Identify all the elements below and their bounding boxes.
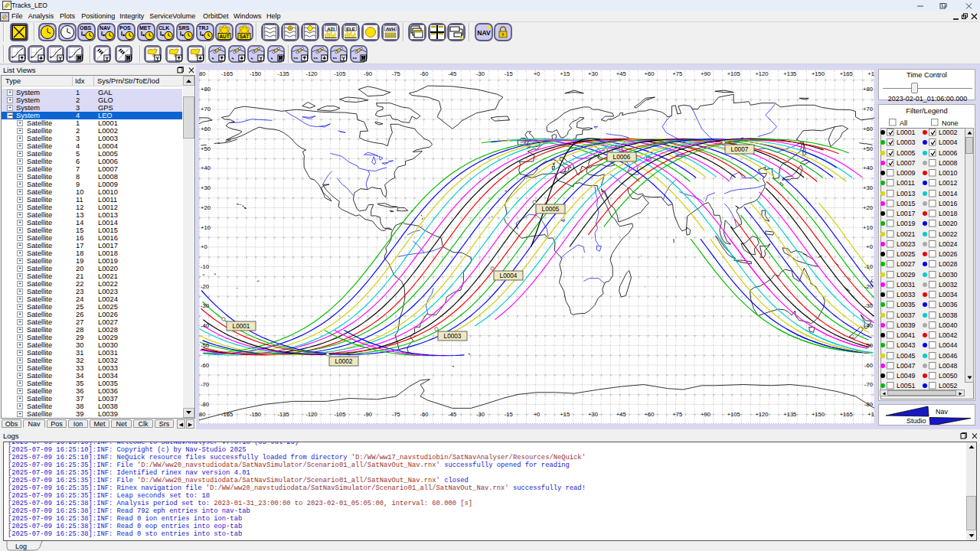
svg-text:80: 80 xyxy=(199,411,205,418)
svg-text:+15: +15 xyxy=(560,70,570,77)
svg-text:L0028: L0028 xyxy=(939,261,958,269)
svg-text:L0014: L0014 xyxy=(939,190,958,197)
svg-text:L0044: L0044 xyxy=(939,342,958,350)
svg-text:+10: +10 xyxy=(863,224,873,231)
svg-text:+135: +135 xyxy=(783,411,796,418)
svg-text:L0003: L0003 xyxy=(897,139,916,147)
svg-text:+50: +50 xyxy=(201,145,211,152)
svg-text:-75: -75 xyxy=(392,70,400,77)
svg-text:Y: Y xyxy=(341,56,345,61)
svg-text:-60: -60 xyxy=(201,362,209,369)
svg-text:-80: -80 xyxy=(201,401,209,408)
svg-text:-30: -30 xyxy=(201,302,209,309)
svg-text:Studio: Studio xyxy=(906,417,926,425)
svg-text:-30: -30 xyxy=(864,302,873,309)
svg-text:-75: -75 xyxy=(392,411,400,418)
svg-text:+0: +0 xyxy=(534,411,541,418)
svg-text:All: All xyxy=(900,119,907,127)
svg-text:L0037: L0037 xyxy=(897,311,916,319)
svg-text:+70: +70 xyxy=(863,106,873,112)
svg-text:+20: +20 xyxy=(201,204,211,211)
svg-text:+30: +30 xyxy=(201,184,211,191)
svg-text:+30: +30 xyxy=(588,70,598,77)
svg-text:AUT: AUT xyxy=(220,34,230,39)
svg-text:SAT: SAT xyxy=(240,34,249,39)
svg-text:-60: -60 xyxy=(420,411,429,418)
svg-text:-105: -105 xyxy=(334,411,345,418)
svg-text:+60: +60 xyxy=(645,411,655,418)
svg-text:-30: -30 xyxy=(476,411,485,418)
svg-text:L0023: L0023 xyxy=(897,240,916,248)
svg-text:L0051: L0051 xyxy=(897,383,916,390)
svg-text:L0010: L0010 xyxy=(939,169,958,177)
svg-text:+165: +165 xyxy=(840,70,853,77)
svg-text:-90: -90 xyxy=(364,411,372,418)
svg-text:NAV: NAV xyxy=(477,29,491,37)
svg-text:-60: -60 xyxy=(420,70,429,77)
svg-text:+105: +105 xyxy=(727,70,740,77)
svg-text:+45: +45 xyxy=(616,70,626,77)
svg-text:+165: +165 xyxy=(840,411,853,418)
svg-text:+70: +70 xyxy=(201,106,211,112)
svg-text:-135: -135 xyxy=(278,70,289,77)
svg-text:L0013: L0013 xyxy=(897,190,916,197)
svg-text:-90: -90 xyxy=(364,70,372,77)
svg-text:L0012: L0012 xyxy=(939,180,958,187)
svg-text:L0006: L0006 xyxy=(939,149,958,157)
svg-text:AZI: AZI xyxy=(327,27,335,31)
svg-text:L0008: L0008 xyxy=(939,159,958,167)
svg-text:L0030: L0030 xyxy=(939,271,958,279)
svg-text:+30: +30 xyxy=(863,184,873,191)
svg-text:L0049: L0049 xyxy=(897,372,916,380)
svg-text:-15: -15 xyxy=(505,70,513,77)
svg-text:L0005: L0005 xyxy=(542,206,560,213)
svg-text:ELE: ELE xyxy=(346,27,355,31)
svg-text:+120: +120 xyxy=(755,70,768,77)
svg-text:+80: +80 xyxy=(201,86,211,93)
svg-text:L0027: L0027 xyxy=(897,261,916,269)
svg-text:L0033: L0033 xyxy=(897,291,916,298)
svg-text:L0017: L0017 xyxy=(897,210,916,217)
svg-text:+90: +90 xyxy=(701,70,710,77)
svg-text:L0018: L0018 xyxy=(939,210,958,217)
svg-text:+40: +40 xyxy=(201,165,211,171)
svg-text:-15: -15 xyxy=(505,411,513,418)
svg-text:L0034: L0034 xyxy=(939,291,958,298)
svg-text:Y: Y xyxy=(58,56,62,61)
svg-text:+30: +30 xyxy=(588,411,598,418)
svg-text:-50: -50 xyxy=(201,342,209,349)
svg-text:+90: +90 xyxy=(701,411,710,418)
svg-text:L0043: L0043 xyxy=(897,342,916,350)
svg-text:L0039: L0039 xyxy=(897,321,916,329)
svg-text:L0004: L0004 xyxy=(500,272,518,279)
svg-text:Y: Y xyxy=(259,56,263,61)
svg-text:L0021: L0021 xyxy=(897,230,916,238)
svg-text:L0019: L0019 xyxy=(897,220,916,228)
svg-text:+20: +20 xyxy=(863,204,873,211)
svg-text:OBS: OBS xyxy=(80,25,92,31)
svg-text:Y: Y xyxy=(105,56,109,61)
svg-text:L0046: L0046 xyxy=(939,352,958,360)
svg-text:+15: +15 xyxy=(560,411,570,418)
svg-text:L0045: L0045 xyxy=(897,352,916,360)
svg-text:L0026: L0026 xyxy=(939,250,958,258)
svg-text:L0022: L0022 xyxy=(939,230,958,238)
svg-text:L0040: L0040 xyxy=(939,321,958,329)
svg-text:+40: +40 xyxy=(863,165,873,171)
svg-text:MET: MET xyxy=(139,25,152,31)
svg-text:L0036: L0036 xyxy=(939,302,958,309)
svg-text:-70: -70 xyxy=(864,381,873,388)
svg-text:-105: -105 xyxy=(334,70,345,77)
svg-text:Y: Y xyxy=(155,56,159,61)
svg-text:L0052: L0052 xyxy=(939,383,958,390)
svg-text:-45: -45 xyxy=(448,70,456,77)
svg-text:+150: +150 xyxy=(812,411,825,418)
svg-text:-20: -20 xyxy=(864,283,873,290)
svg-text:L0011: L0011 xyxy=(897,180,915,187)
svg-text:+0: +0 xyxy=(866,243,873,250)
svg-text:POS: POS xyxy=(119,25,131,31)
svg-text:L0048: L0048 xyxy=(939,362,958,370)
svg-text:L0020: L0020 xyxy=(939,220,958,228)
svg-text:L0007: L0007 xyxy=(731,146,749,153)
svg-text:-165: -165 xyxy=(221,70,233,77)
